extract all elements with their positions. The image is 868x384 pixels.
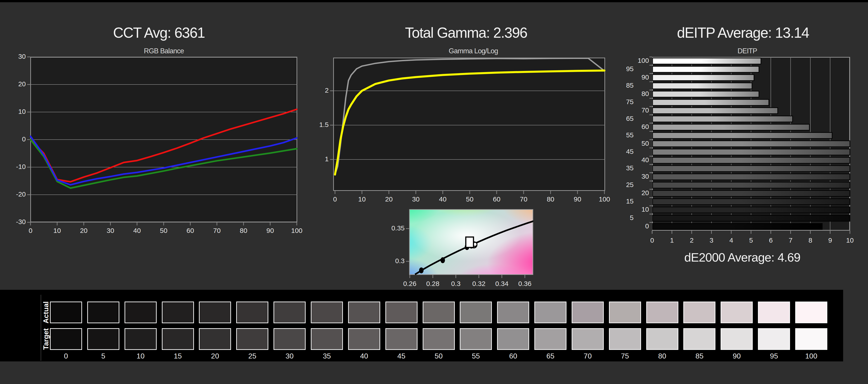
cie-target-square <box>466 237 473 247</box>
deitp-bar-20 <box>653 190 850 196</box>
deitp-bar-15 <box>653 199 850 205</box>
deitp-bar-65 <box>653 116 793 122</box>
deitp-bar-95 <box>653 66 759 72</box>
deitp-bar-50 <box>653 141 850 147</box>
deitp-bar-45 <box>653 149 850 155</box>
deitp-bar-25 <box>653 182 850 188</box>
deitp-bar-60 <box>653 124 809 130</box>
cie-measured-point-1 <box>440 257 445 263</box>
deitp-bar-55 <box>653 133 832 139</box>
cie-measured-point-0 <box>419 267 424 273</box>
deitp-bar-75 <box>653 99 769 105</box>
deitp-bar-70 <box>653 108 778 114</box>
deitp-bar-10 <box>653 207 850 213</box>
cie-markers <box>415 221 535 275</box>
deitp-bar-0 <box>653 223 822 229</box>
charts-vector-overlay <box>0 0 868 384</box>
deitp-bar-40 <box>653 157 850 163</box>
deitp-bar-90 <box>653 74 754 81</box>
deitp-bar-30 <box>653 174 850 180</box>
deitp-bar-85 <box>653 83 752 89</box>
deitp-bar-35 <box>653 166 850 172</box>
deitp-bar-100 <box>653 58 761 64</box>
deitp-bar-80 <box>653 91 759 97</box>
deitp-bar-5 <box>653 215 850 221</box>
calibration-report: CCT Avg: 6361 Total Gamma: 2.396 dEITP A… <box>0 0 868 384</box>
